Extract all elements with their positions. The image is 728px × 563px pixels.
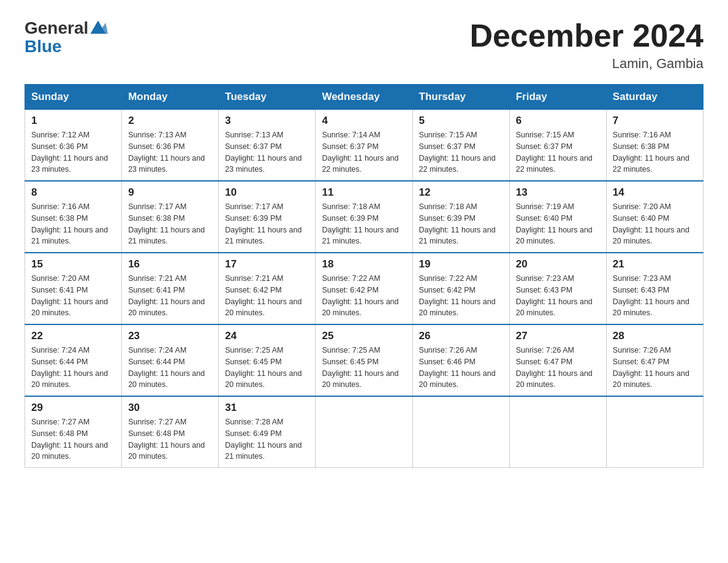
- day-info: Sunrise: 7:14 AMSunset: 6:37 PMDaylight:…: [322, 131, 398, 174]
- logo-icon: [88, 18, 108, 38]
- header-wednesday: Wednesday: [316, 85, 412, 110]
- day-number: 23: [128, 330, 212, 342]
- day-number: 7: [613, 115, 697, 127]
- calendar-cell: 20 Sunrise: 7:23 AMSunset: 6:43 PMDaylig…: [509, 253, 606, 324]
- day-info: Sunrise: 7:24 AMSunset: 6:44 PMDaylight:…: [128, 346, 205, 389]
- day-info: Sunrise: 7:26 AMSunset: 6:47 PMDaylight:…: [516, 346, 593, 389]
- day-info: Sunrise: 7:28 AMSunset: 6:49 PMDaylight:…: [225, 418, 301, 461]
- day-number: 15: [31, 258, 115, 270]
- logo-blue: Blue: [25, 38, 108, 55]
- day-number: 19: [419, 258, 503, 270]
- calendar-cell: 27 Sunrise: 7:26 AMSunset: 6:47 PMDaylig…: [509, 324, 606, 396]
- calendar-cell: [316, 396, 412, 468]
- day-number: 26: [419, 330, 503, 342]
- day-info: Sunrise: 7:21 AMSunset: 6:41 PMDaylight:…: [128, 274, 205, 317]
- calendar-cell: 4 Sunrise: 7:14 AMSunset: 6:37 PMDayligh…: [316, 110, 412, 182]
- calendar-cell: [606, 396, 703, 468]
- calendar-table: SundayMondayTuesdayWednesdayThursdayFrid…: [25, 84, 703, 468]
- day-number: 13: [516, 186, 600, 199]
- calendar-cell: 19 Sunrise: 7:22 AMSunset: 6:42 PMDaylig…: [412, 253, 509, 324]
- day-number: 6: [516, 115, 600, 127]
- calendar-cell: 3 Sunrise: 7:13 AMSunset: 6:37 PMDayligh…: [219, 110, 316, 182]
- header-monday: Monday: [122, 85, 219, 110]
- header-row: SundayMondayTuesdayWednesdayThursdayFrid…: [25, 85, 703, 110]
- calendar-cell: 25 Sunrise: 7:25 AMSunset: 6:45 PMDaylig…: [316, 324, 412, 396]
- day-info: Sunrise: 7:25 AMSunset: 6:45 PMDaylight:…: [322, 346, 398, 389]
- day-info: Sunrise: 7:23 AMSunset: 6:43 PMDaylight:…: [613, 274, 689, 317]
- day-number: 1: [31, 115, 115, 127]
- header-thursday: Thursday: [412, 85, 509, 110]
- calendar-cell: 7 Sunrise: 7:16 AMSunset: 6:38 PMDayligh…: [606, 110, 703, 182]
- day-number: 14: [613, 186, 697, 199]
- day-info: Sunrise: 7:13 AMSunset: 6:36 PMDaylight:…: [128, 131, 205, 174]
- calendar-cell: 22 Sunrise: 7:24 AMSunset: 6:44 PMDaylig…: [25, 324, 122, 396]
- day-info: Sunrise: 7:16 AMSunset: 6:38 PMDaylight:…: [31, 202, 108, 245]
- calendar-cell: [509, 396, 606, 468]
- calendar-cell: 14 Sunrise: 7:20 AMSunset: 6:40 PMDaylig…: [606, 181, 703, 253]
- calendar-cell: 5 Sunrise: 7:15 AMSunset: 6:37 PMDayligh…: [412, 110, 509, 182]
- logo-block: General Blue: [25, 18, 108, 55]
- day-number: 5: [419, 115, 503, 127]
- day-number: 11: [322, 186, 406, 199]
- day-number: 29: [31, 402, 115, 414]
- day-number: 17: [225, 258, 309, 270]
- day-info: Sunrise: 7:26 AMSunset: 6:46 PMDaylight:…: [419, 346, 496, 389]
- calendar-cell: [412, 396, 509, 468]
- day-number: 10: [225, 186, 309, 199]
- week-row-1: 1 Sunrise: 7:12 AMSunset: 6:36 PMDayligh…: [25, 110, 703, 182]
- day-number: 16: [128, 258, 212, 270]
- logo: General Blue: [25, 18, 108, 55]
- day-info: Sunrise: 7:22 AMSunset: 6:42 PMDaylight:…: [419, 274, 496, 317]
- calendar-cell: 31 Sunrise: 7:28 AMSunset: 6:49 PMDaylig…: [219, 396, 316, 468]
- header-friday: Friday: [509, 85, 606, 110]
- day-info: Sunrise: 7:27 AMSunset: 6:48 PMDaylight:…: [128, 418, 205, 461]
- day-info: Sunrise: 7:21 AMSunset: 6:42 PMDaylight:…: [225, 274, 301, 317]
- day-number: 21: [613, 258, 697, 270]
- day-info: Sunrise: 7:18 AMSunset: 6:39 PMDaylight:…: [419, 202, 496, 245]
- calendar-cell: 29 Sunrise: 7:27 AMSunset: 6:48 PMDaylig…: [25, 396, 122, 468]
- day-info: Sunrise: 7:17 AMSunset: 6:38 PMDaylight:…: [128, 202, 205, 245]
- day-number: 2: [128, 115, 212, 127]
- header-tuesday: Tuesday: [219, 85, 316, 110]
- day-info: Sunrise: 7:17 AMSunset: 6:39 PMDaylight:…: [225, 202, 301, 245]
- header-sunday: Sunday: [25, 85, 122, 110]
- logo-row: General: [25, 18, 108, 38]
- calendar-cell: 24 Sunrise: 7:25 AMSunset: 6:45 PMDaylig…: [219, 324, 316, 396]
- calendar-cell: 16 Sunrise: 7:21 AMSunset: 6:41 PMDaylig…: [122, 253, 219, 324]
- day-info: Sunrise: 7:23 AMSunset: 6:43 PMDaylight:…: [516, 274, 593, 317]
- day-number: 22: [31, 330, 115, 342]
- calendar-body: 1 Sunrise: 7:12 AMSunset: 6:36 PMDayligh…: [25, 110, 703, 468]
- day-info: Sunrise: 7:19 AMSunset: 6:40 PMDaylight:…: [516, 202, 593, 245]
- calendar-cell: 21 Sunrise: 7:23 AMSunset: 6:43 PMDaylig…: [606, 253, 703, 324]
- day-info: Sunrise: 7:22 AMSunset: 6:42 PMDaylight:…: [322, 274, 398, 317]
- day-info: Sunrise: 7:20 AMSunset: 6:41 PMDaylight:…: [31, 274, 108, 317]
- day-info: Sunrise: 7:26 AMSunset: 6:47 PMDaylight:…: [613, 346, 689, 389]
- day-number: 4: [322, 115, 406, 127]
- week-row-3: 15 Sunrise: 7:20 AMSunset: 6:41 PMDaylig…: [25, 253, 703, 324]
- day-info: Sunrise: 7:13 AMSunset: 6:37 PMDaylight:…: [225, 131, 301, 174]
- calendar-cell: 1 Sunrise: 7:12 AMSunset: 6:36 PMDayligh…: [25, 110, 122, 182]
- calendar-cell: 11 Sunrise: 7:18 AMSunset: 6:39 PMDaylig…: [316, 181, 412, 253]
- day-number: 25: [322, 330, 406, 342]
- day-number: 20: [516, 258, 600, 270]
- day-number: 12: [419, 186, 503, 199]
- calendar-cell: 23 Sunrise: 7:24 AMSunset: 6:44 PMDaylig…: [122, 324, 219, 396]
- calendar-cell: 9 Sunrise: 7:17 AMSunset: 6:38 PMDayligh…: [122, 181, 219, 253]
- day-info: Sunrise: 7:12 AMSunset: 6:36 PMDaylight:…: [31, 131, 108, 174]
- calendar-cell: 8 Sunrise: 7:16 AMSunset: 6:38 PMDayligh…: [25, 181, 122, 253]
- week-row-4: 22 Sunrise: 7:24 AMSunset: 6:44 PMDaylig…: [25, 324, 703, 396]
- calendar-cell: 30 Sunrise: 7:27 AMSunset: 6:48 PMDaylig…: [122, 396, 219, 468]
- day-number: 8: [31, 186, 115, 199]
- day-number: 9: [128, 186, 212, 199]
- page-header: General Blue December 2024 Lamin, Gambia: [25, 18, 703, 72]
- week-row-2: 8 Sunrise: 7:16 AMSunset: 6:38 PMDayligh…: [25, 181, 703, 253]
- week-row-5: 29 Sunrise: 7:27 AMSunset: 6:48 PMDaylig…: [25, 396, 703, 468]
- calendar-cell: 2 Sunrise: 7:13 AMSunset: 6:36 PMDayligh…: [122, 110, 219, 182]
- day-info: Sunrise: 7:25 AMSunset: 6:45 PMDaylight:…: [225, 346, 301, 389]
- logo-general: General: [25, 20, 88, 37]
- location-title: Lamin, Gambia: [469, 56, 703, 72]
- day-number: 30: [128, 402, 212, 414]
- month-title: December 2024: [469, 18, 703, 53]
- day-info: Sunrise: 7:20 AMSunset: 6:40 PMDaylight:…: [613, 202, 689, 245]
- day-info: Sunrise: 7:24 AMSunset: 6:44 PMDaylight:…: [31, 346, 108, 389]
